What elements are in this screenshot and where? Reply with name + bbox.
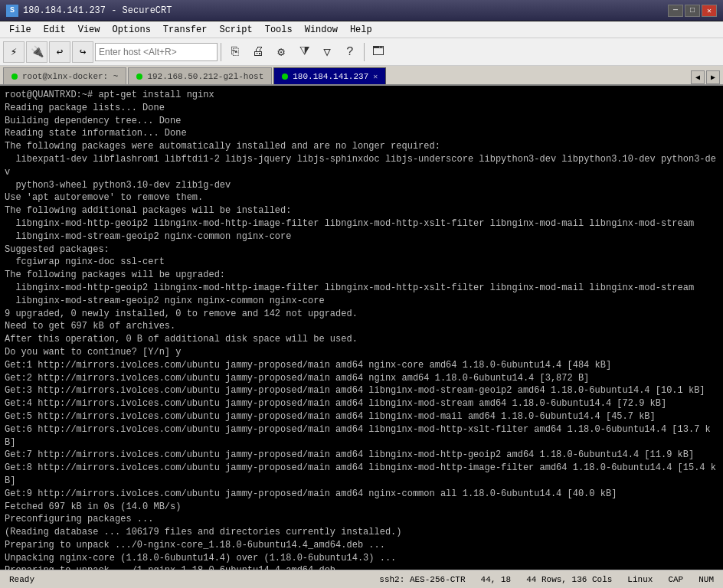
toolbar-print-btn[interactable]: 🖨 (247, 41, 269, 63)
toolbar-settings-btn[interactable]: ⚙ (270, 41, 292, 63)
status-ready: Ready (6, 575, 38, 584)
tab-status-dot-2 (282, 74, 288, 80)
tab-label-1: 192.168.50.212-g2l-host (147, 72, 263, 81)
window-controls: ─ □ ✕ (668, 5, 717, 17)
host-input[interactable] (95, 43, 218, 61)
close-button[interactable]: ✕ (702, 5, 717, 17)
toolbar-redo-btn[interactable]: ↪ (72, 41, 93, 63)
menu-file[interactable]: File (3, 23, 38, 37)
tab-bar: root@xlnx-docker: ~ 192.168.50.212-g2l-h… (0, 66, 723, 86)
tab-status-dot-0 (11, 74, 18, 80)
toolbar-copy-btn[interactable]: ⎘ (224, 41, 246, 63)
menu-view[interactable]: View (72, 23, 106, 37)
tab-nav-left[interactable]: ◀ (691, 70, 705, 84)
status-os: Linux (624, 575, 656, 584)
menu-bar: File Edit View Options Transfer Script T… (0, 21, 723, 38)
title-bar: S 180.184.141.237 - SecureCRT ─ □ ✕ (0, 0, 723, 21)
tab-status-dot-1 (136, 74, 142, 80)
toolbar-sep-1 (221, 43, 221, 61)
title-bar-left: S 180.184.141.237 - SecureCRT (6, 5, 172, 17)
menu-edit[interactable]: Edit (38, 23, 72, 37)
maximize-button[interactable]: □ (685, 5, 700, 17)
tab-0[interactable]: root@xlnx-docker: ~ (3, 67, 126, 84)
status-caps: CAP (665, 575, 686, 584)
tab-label-2: 180.184.141.237 (293, 72, 368, 81)
toolbar-filter2-btn[interactable]: ▽ (316, 41, 338, 63)
toolbar-undo-btn[interactable]: ↩ (49, 41, 70, 63)
toolbar-filter-btn[interactable]: ⧩ (293, 41, 315, 63)
terminal[interactable]: root@QUANTRXD:~# apt-get install nginx R… (0, 86, 723, 570)
toolbar: ⚡ 🔌 ↩ ↪ ⎘ 🖨 ⚙ ⧩ ▽ ? 🗔 (0, 38, 723, 66)
menu-options[interactable]: Options (106, 23, 156, 37)
status-bar: Ready ssh2: AES-256-CTR 44, 18 44 Rows, … (0, 570, 723, 588)
toolbar-disconnect-btn[interactable]: 🔌 (26, 41, 47, 63)
status-num: NUM (695, 575, 717, 584)
tab-nav-right[interactable]: ▶ (706, 70, 720, 84)
toolbar-help-btn[interactable]: ? (339, 41, 361, 63)
window-title: 180.184.141.237 - SecureCRT (23, 5, 172, 16)
status-left: Ready (6, 575, 38, 584)
toolbar-sep-2 (364, 43, 365, 61)
menu-tools[interactable]: Tools (259, 23, 299, 37)
menu-help[interactable]: Help (344, 23, 378, 37)
status-encryption: ssh2: AES-256-CTR (376, 575, 468, 584)
tab-2[interactable]: 180.184.141.237 ✕ (273, 67, 386, 84)
status-right: ssh2: AES-256-CTR 44, 18 44 Rows, 136 Co… (376, 575, 717, 584)
app-icon: S (6, 5, 18, 17)
tab-close-2[interactable]: ✕ (373, 72, 378, 81)
tab-label-0: root@xlnx-docker: ~ (22, 72, 118, 81)
tab-nav: ◀ ▶ (691, 70, 720, 84)
toolbar-extra-btn[interactable]: 🗔 (368, 41, 389, 63)
toolbar-connect-btn[interactable]: ⚡ (3, 41, 25, 63)
menu-script[interactable]: Script (213, 23, 258, 37)
status-dimensions: 44 Rows, 136 Cols (523, 575, 615, 584)
menu-window[interactable]: Window (299, 23, 344, 37)
minimize-button[interactable]: ─ (668, 5, 683, 17)
status-position: 44, 18 (478, 575, 515, 584)
tab-1[interactable]: 192.168.50.212-g2l-host (128, 67, 272, 84)
menu-transfer[interactable]: Transfer (157, 23, 214, 37)
